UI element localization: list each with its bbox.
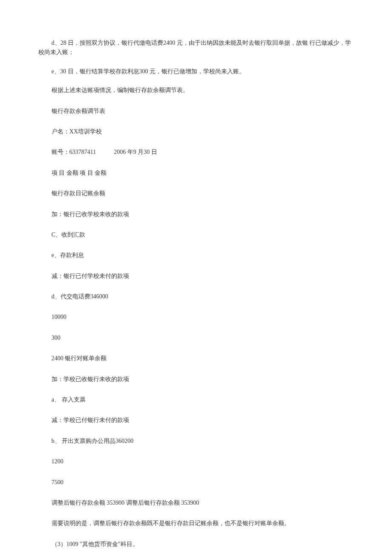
row-adjusted: 调整后银行存款余额 353900 调整后银行存款余额 353900 [38, 498, 354, 508]
row-less-school-paid: 减：学校已付银行未付的款项 [38, 416, 354, 425]
paragraph-e: e、30 日，银行结算学校存款利息300 元，银行已做增加，学校尚未入账。 [38, 67, 354, 76]
row-10000: 10000 [38, 312, 354, 322]
account-name: 户名：XX培训学校 [38, 127, 354, 136]
account-number: 账号：633787411 [52, 149, 96, 155]
row-d-phone: d、代交电话费346000 [38, 292, 354, 301]
row-less-bank-paid: 减：银行已付学校未付的款项 [38, 272, 354, 281]
row-a-cheque-in: a、 存入支票 [38, 395, 354, 405]
row-add-school-received: 加：学校已收银行未收的款项 [38, 375, 354, 384]
table-header: 项 目 金额 项 目 金额 [38, 168, 354, 178]
row-2400-statement: 2400 银行对账单余额 [38, 354, 354, 363]
row-c-remittance: C、收到汇款 [38, 230, 354, 240]
row-e-interest: e、存款利息 [38, 251, 354, 260]
row-7500: 7500 [38, 478, 354, 487]
row-300: 300 [38, 333, 354, 343]
account-number-date: 账号：6337874112006 年9 月30 日 [38, 147, 354, 157]
paragraph-intro: 根据上述未达账项情况，编制银行存款余额调节表。 [38, 86, 354, 95]
paragraph-1009: （3）1009 "其他货币资金"科目。 [38, 540, 354, 549]
account-date: 2006 年9 月30 日 [114, 149, 157, 155]
row-journal-balance: 银行存款日记账余额 [38, 189, 354, 198]
row-1200: 1200 [38, 457, 354, 466]
document-page: d、28 日，按照双方协议，银行代缴电话费2400 元，由于出纳因故未能及时去银… [0, 0, 392, 555]
row-add-bank-received: 加：银行已收学校未收的款项 [38, 210, 354, 219]
paragraph-note: 需要说明的是，调整后银行存款余额既不是银行存款日记账余额，也不是银行对账单余额。 [38, 519, 354, 528]
row-b-cheque-out: b、 开出支票购办公用品360200 [38, 436, 354, 446]
paragraph-d: d、28 日，按照双方协议，银行代缴电话费2400 元，由于出纳因故未能及时去银… [38, 38, 354, 58]
table-title: 银行存款余额调节表 [38, 107, 354, 116]
